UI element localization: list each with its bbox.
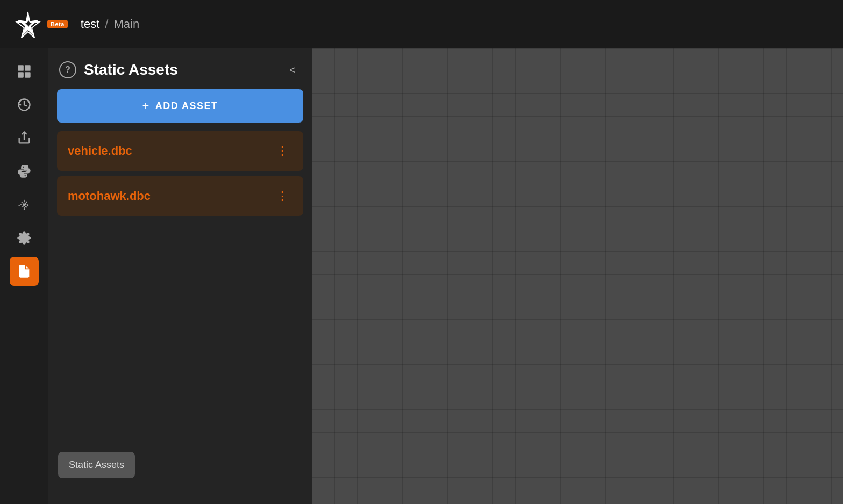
svg-text:✦: ✦	[24, 19, 32, 30]
sidebar-item-assets[interactable]	[10, 257, 39, 286]
asset-item-vehicle[interactable]: vehicle.dbc ⋮	[57, 131, 303, 171]
asset-list: vehicle.dbc ⋮ motohawk.dbc ⋮	[48, 131, 312, 216]
breadcrumb-project[interactable]: test	[81, 17, 99, 31]
svg-rect-1	[18, 65, 24, 70]
sidebar-item-python[interactable]	[10, 157, 39, 186]
canvas-grid	[312, 48, 843, 504]
bottom-tooltip: Static Assets	[58, 452, 135, 478]
add-icon: +	[142, 99, 149, 113]
collapse-panel-button[interactable]: <	[284, 61, 301, 78]
canvas-area	[312, 48, 843, 504]
asset-name-vehicle: vehicle.dbc	[68, 144, 132, 158]
panel-header: ? Static Assets <	[48, 48, 312, 89]
panel-title: Static Assets	[84, 61, 276, 78]
sidebar-item-dashboard[interactable]	[10, 57, 39, 86]
breadcrumb: test / Main	[81, 17, 139, 31]
beta-badge: Beta	[47, 20, 68, 28]
topbar: ✦ Beta test / Main	[0, 0, 843, 48]
asset-item-motohawk[interactable]: motohawk.dbc ⋮	[57, 176, 303, 216]
icon-sidebar: R	[0, 48, 48, 504]
add-asset-label: ADD ASSET	[155, 100, 218, 112]
sidebar-item-history[interactable]	[10, 90, 39, 119]
sidebar-item-rust[interactable]: R	[10, 190, 39, 219]
sidebar-item-settings[interactable]	[10, 224, 39, 253]
breadcrumb-separator: /	[105, 17, 108, 31]
sidebar-item-share[interactable]	[10, 124, 39, 153]
asset-name-motohawk: motohawk.dbc	[68, 189, 151, 203]
asset-menu-vehicle[interactable]: ⋮	[272, 142, 292, 160]
svg-rect-3	[18, 72, 24, 78]
asset-menu-motohawk[interactable]: ⋮	[272, 187, 292, 205]
svg-text:R: R	[22, 201, 26, 208]
breadcrumb-branch[interactable]: Main	[113, 17, 139, 31]
add-asset-button[interactable]: + ADD ASSET	[57, 89, 303, 123]
svg-rect-4	[25, 72, 30, 78]
logo-icon: ✦	[13, 9, 43, 39]
logo-area: ✦ Beta	[13, 9, 68, 39]
main-content: R ? Static Assets <	[0, 48, 843, 504]
svg-rect-2	[25, 65, 30, 70]
panel: ? Static Assets < + ADD ASSET vehicle.db…	[48, 48, 312, 504]
help-icon-button[interactable]: ?	[59, 61, 76, 78]
